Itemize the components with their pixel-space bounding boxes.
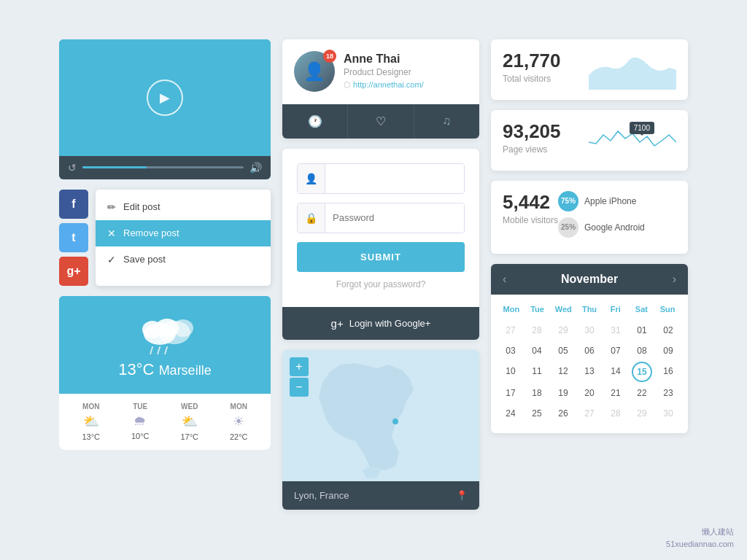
cal-day[interactable]: 16 (656, 362, 681, 382)
username-group: 👤 (297, 163, 465, 194)
cal-day[interactable]: 02 (656, 321, 681, 340)
username-input[interactable] (325, 164, 464, 193)
login-body: 👤 🔒 SUBMIT Forgot your password? (282, 149, 479, 307)
svg-point-4 (155, 319, 179, 338)
cal-day[interactable]: 04 (525, 341, 549, 360)
map-location: Lyon, France (294, 490, 349, 501)
password-input[interactable] (325, 203, 464, 233)
cal-day[interactable]: 20 (577, 384, 602, 402)
profile-name: Anne Thai (344, 52, 424, 66)
map-footer: Lyon, France 📍 (282, 481, 479, 510)
svg-line-6 (158, 347, 160, 354)
iphone-dot: 75% (558, 191, 578, 211)
pageviews-label: Page views (503, 144, 561, 155)
profile-role: Product Designer (344, 67, 424, 77)
forecast-day-2: TUE 🌧 10°C (131, 402, 150, 441)
forecast-day-4: MON ☀ 22°C (230, 402, 248, 441)
cal-day[interactable]: 17 (498, 384, 523, 402)
cal-day[interactable]: 30 (656, 404, 681, 423)
svg-line-5 (150, 347, 152, 354)
submit-button[interactable]: SUBMIT (297, 242, 465, 272)
cal-day[interactable]: 07 (603, 341, 628, 360)
cal-day[interactable]: 12 (551, 362, 576, 382)
twitter-button[interactable]: t (59, 223, 88, 252)
cal-day[interactable]: 22 (630, 384, 654, 402)
cal-day[interactable]: 30 (577, 321, 602, 340)
cal-day[interactable]: 10 (498, 362, 523, 382)
mobile-label: Mobile visitors (503, 215, 558, 225)
cal-day-today[interactable]: 15 (630, 362, 654, 382)
pageviews-top: 93,205 Page views 7100 (503, 120, 676, 160)
visitors-info: 21,770 Total visitors (503, 50, 561, 84)
cal-day[interactable]: 14 (603, 362, 628, 382)
prev-month-button[interactable]: ‹ (503, 273, 506, 286)
video-player: ▶ ↺ 🔊 (59, 39, 271, 179)
context-menu: ✏ Edit post ✕ Remove post ✓ Save post (96, 190, 271, 286)
cal-day[interactable]: 31 (603, 321, 628, 340)
pageviews-info: 93,205 Page views (503, 120, 561, 155)
remove-icon: ✕ (107, 228, 116, 239)
video-screen: ▶ (59, 39, 271, 156)
calendar-body: Mon Tue Wed Thu Fri Sat Sun 27 28 29 30 … (491, 295, 688, 433)
play-button[interactable]: ▶ (147, 79, 183, 116)
weather-main: 13°C Marseille (59, 296, 271, 394)
iphone-item: 75% Apple iPhone (558, 191, 676, 211)
calendar-grid: 27 28 29 30 31 01 02 03 04 05 06 07 08 0… (498, 321, 681, 423)
next-month-button[interactable]: › (673, 273, 676, 286)
weather-temp: 13°C Marseille (118, 360, 211, 379)
cal-day[interactable]: 13 (577, 362, 602, 382)
zoom-in-button[interactable]: + (290, 357, 309, 376)
cloud-icon (132, 311, 198, 354)
password-group: 🔒 (297, 203, 465, 233)
cal-day[interactable]: 23 (656, 384, 681, 402)
pageviews-chart: 7100 (589, 120, 676, 160)
cal-day[interactable]: 29 (551, 321, 576, 340)
cal-day[interactable]: 09 (656, 341, 681, 360)
tab-heart[interactable]: ♡ (348, 104, 414, 139)
visitors-stat: 21,770 Total visitors (491, 39, 688, 100)
cal-day[interactable]: 28 (525, 321, 549, 340)
progress-fill (82, 166, 147, 168)
cal-day[interactable]: 03 (498, 341, 523, 360)
cal-day[interactable]: 27 (577, 404, 602, 423)
cal-day[interactable]: 05 (551, 341, 576, 360)
cal-day[interactable]: 08 (630, 341, 654, 360)
tab-clock[interactable]: 🕐 (282, 104, 348, 139)
facebook-button[interactable]: f (59, 190, 88, 219)
volume-icon[interactable]: 🔊 (249, 162, 262, 174)
replay-icon[interactable]: ↺ (68, 162, 77, 174)
edit-post-item[interactable]: ✏ Edit post (96, 194, 271, 220)
google-login-button[interactable]: g+ Login with Google+ (282, 307, 479, 340)
progress-bar[interactable] (82, 166, 244, 168)
cal-day[interactable]: 26 (551, 404, 576, 423)
remove-post-item[interactable]: ✕ Remove post (96, 220, 271, 246)
weather-forecast: MON ⛅ 13°C TUE 🌧 10°C WED ⛅ 17°C MON ☀ (59, 394, 271, 450)
visitors-top: 21,770 Total visitors (503, 50, 676, 90)
mobile-number: 5,442 (503, 191, 558, 214)
save-post-item[interactable]: ✓ Save post (96, 246, 271, 273)
tab-music[interactable]: ♫ (414, 104, 479, 139)
forgot-link[interactable]: Forgot your password? (297, 279, 465, 289)
cal-day[interactable]: 24 (498, 404, 523, 423)
map-card: + − Lyon, France 📍 (282, 350, 479, 510)
googleplus-button[interactable]: g+ (59, 257, 88, 286)
calendar-dow: Mon Tue Wed Thu Fri Sat Sun (498, 302, 681, 316)
cal-day[interactable]: 19 (551, 384, 576, 402)
cal-day[interactable]: 29 (630, 404, 654, 423)
location-icon: 📍 (456, 490, 468, 501)
forecast-day-3: WED ⛅ 17°C (180, 402, 198, 441)
pageviews-stat: 93,205 Page views 7100 (491, 110, 688, 171)
cal-day[interactable]: 01 (630, 321, 654, 340)
googleplus-icon: g+ (331, 317, 344, 330)
cal-day[interactable]: 11 (525, 362, 549, 382)
cal-day[interactable]: 06 (577, 341, 602, 360)
cal-day[interactable]: 28 (603, 404, 628, 423)
forecast-day-1: MON ⛅ 13°C (82, 402, 100, 441)
profile-tabs: 🕐 ♡ ♫ (282, 104, 479, 139)
cal-day[interactable]: 27 (498, 321, 523, 340)
cal-day[interactable]: 21 (603, 384, 628, 402)
profile-card: 👤 18 Anne Thai Product Designer ⬡ http:/… (282, 39, 479, 139)
cal-day[interactable]: 25 (525, 404, 549, 423)
zoom-out-button[interactable]: − (290, 378, 309, 397)
cal-day[interactable]: 18 (525, 384, 549, 402)
